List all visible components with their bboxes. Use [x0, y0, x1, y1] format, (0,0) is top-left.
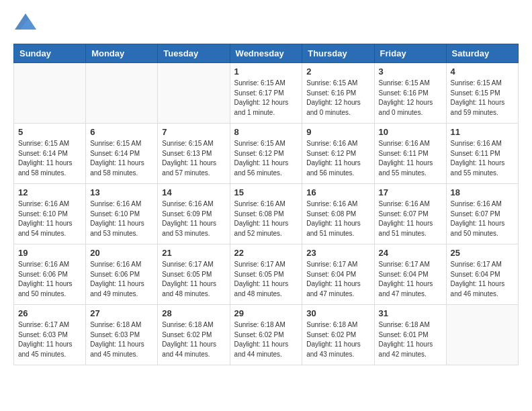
day-number: 29	[234, 308, 298, 318]
calendar-cell: 9Sunrise: 6:16 AM Sunset: 6:12 PM Daylig…	[302, 124, 374, 184]
page-header	[13, 13, 519, 33]
calendar-cell: 25Sunrise: 6:17 AM Sunset: 6:04 PM Dayli…	[446, 244, 518, 305]
day-number: 14	[162, 187, 225, 197]
calendar-cell: 4Sunrise: 6:15 AM Sunset: 6:15 PM Daylig…	[446, 63, 518, 124]
day-info: Sunrise: 6:16 AM Sunset: 6:09 PM Dayligh…	[162, 199, 225, 238]
day-info: Sunrise: 6:15 AM Sunset: 6:16 PM Dayligh…	[306, 79, 369, 118]
day-number: 18	[451, 187, 514, 197]
calendar-cell: 12Sunrise: 6:16 AM Sunset: 6:10 PM Dayli…	[14, 184, 86, 244]
calendar-cell: 29Sunrise: 6:18 AM Sunset: 6:02 PM Dayli…	[230, 305, 302, 365]
calendar-cell: 7Sunrise: 6:15 AM Sunset: 6:13 PM Daylig…	[158, 124, 230, 184]
calendar-week-row: 5Sunrise: 6:15 AM Sunset: 6:14 PM Daylig…	[14, 124, 519, 184]
calendar-cell: 5Sunrise: 6:15 AM Sunset: 6:14 PM Daylig…	[14, 124, 86, 184]
day-number: 8	[234, 127, 298, 137]
day-info: Sunrise: 6:16 AM Sunset: 6:11 PM Dayligh…	[451, 139, 514, 178]
day-info: Sunrise: 6:16 AM Sunset: 6:07 PM Dayligh…	[451, 199, 514, 238]
calendar-cell: 22Sunrise: 6:17 AM Sunset: 6:05 PM Dayli…	[230, 244, 302, 305]
weekday-header: Friday	[374, 44, 446, 63]
calendar-cell	[446, 305, 518, 365]
day-number: 28	[162, 308, 225, 318]
day-number: 20	[90, 248, 153, 258]
day-number: 4	[451, 66, 514, 77]
day-info: Sunrise: 6:15 AM Sunset: 6:16 PM Dayligh…	[379, 79, 442, 118]
weekday-header: Monday	[86, 44, 158, 63]
day-number: 21	[162, 248, 225, 258]
calendar-cell: 10Sunrise: 6:16 AM Sunset: 6:11 PM Dayli…	[374, 124, 446, 184]
day-info: Sunrise: 6:16 AM Sunset: 6:08 PM Dayligh…	[234, 199, 298, 238]
weekday-header: Wednesday	[230, 44, 302, 63]
calendar-cell	[158, 63, 230, 124]
calendar-cell: 21Sunrise: 6:17 AM Sunset: 6:05 PM Dayli…	[158, 244, 230, 305]
logo	[13, 13, 36, 33]
day-info: Sunrise: 6:17 AM Sunset: 6:05 PM Dayligh…	[234, 260, 298, 299]
day-number: 3	[379, 66, 442, 77]
day-info: Sunrise: 6:17 AM Sunset: 6:03 PM Dayligh…	[18, 320, 81, 359]
calendar-cell	[86, 63, 158, 124]
calendar-cell: 15Sunrise: 6:16 AM Sunset: 6:08 PM Dayli…	[230, 184, 302, 244]
day-info: Sunrise: 6:18 AM Sunset: 6:03 PM Dayligh…	[90, 320, 153, 359]
day-info: Sunrise: 6:15 AM Sunset: 6:17 PM Dayligh…	[234, 79, 298, 118]
day-number: 17	[379, 187, 442, 197]
calendar-cell: 6Sunrise: 6:15 AM Sunset: 6:14 PM Daylig…	[86, 124, 158, 184]
day-info: Sunrise: 6:18 AM Sunset: 6:02 PM Dayligh…	[306, 320, 369, 359]
calendar-cell: 30Sunrise: 6:18 AM Sunset: 6:02 PM Dayli…	[302, 305, 374, 365]
calendar-cell: 2Sunrise: 6:15 AM Sunset: 6:16 PM Daylig…	[302, 63, 374, 124]
day-number: 25	[451, 248, 514, 258]
day-info: Sunrise: 6:15 AM Sunset: 6:15 PM Dayligh…	[451, 79, 514, 118]
day-info: Sunrise: 6:16 AM Sunset: 6:06 PM Dayligh…	[18, 260, 81, 299]
calendar-cell: 27Sunrise: 6:18 AM Sunset: 6:03 PM Dayli…	[86, 305, 158, 365]
day-info: Sunrise: 6:16 AM Sunset: 6:08 PM Dayligh…	[306, 199, 369, 238]
calendar-cell: 13Sunrise: 6:16 AM Sunset: 6:10 PM Dayli…	[86, 184, 158, 244]
logo-icon	[15, 13, 36, 30]
day-info: Sunrise: 6:17 AM Sunset: 6:04 PM Dayligh…	[306, 260, 369, 299]
day-number: 22	[234, 248, 298, 258]
day-number: 9	[306, 127, 369, 137]
day-number: 27	[90, 308, 153, 318]
day-info: Sunrise: 6:18 AM Sunset: 6:01 PM Dayligh…	[379, 320, 442, 359]
calendar-cell: 26Sunrise: 6:17 AM Sunset: 6:03 PM Dayli…	[14, 305, 86, 365]
calendar-cell	[14, 63, 86, 124]
calendar-week-row: 1Sunrise: 6:15 AM Sunset: 6:17 PM Daylig…	[14, 63, 519, 124]
calendar-week-row: 12Sunrise: 6:16 AM Sunset: 6:10 PM Dayli…	[14, 184, 519, 244]
weekday-header: Sunday	[14, 44, 86, 63]
calendar-cell: 23Sunrise: 6:17 AM Sunset: 6:04 PM Dayli…	[302, 244, 374, 305]
day-info: Sunrise: 6:17 AM Sunset: 6:04 PM Dayligh…	[379, 260, 442, 299]
day-info: Sunrise: 6:15 AM Sunset: 6:12 PM Dayligh…	[234, 139, 298, 178]
calendar-cell: 31Sunrise: 6:18 AM Sunset: 6:01 PM Dayli…	[374, 305, 446, 365]
day-info: Sunrise: 6:16 AM Sunset: 6:10 PM Dayligh…	[18, 199, 81, 238]
day-info: Sunrise: 6:17 AM Sunset: 6:04 PM Dayligh…	[451, 260, 514, 299]
calendar-week-row: 26Sunrise: 6:17 AM Sunset: 6:03 PM Dayli…	[14, 305, 519, 365]
day-number: 23	[306, 248, 369, 258]
calendar-cell: 1Sunrise: 6:15 AM Sunset: 6:17 PM Daylig…	[230, 63, 302, 124]
day-number: 11	[451, 127, 514, 137]
day-number: 6	[90, 127, 153, 137]
weekday-header: Saturday	[446, 44, 518, 63]
calendar-cell: 11Sunrise: 6:16 AM Sunset: 6:11 PM Dayli…	[446, 124, 518, 184]
calendar-cell: 19Sunrise: 6:16 AM Sunset: 6:06 PM Dayli…	[14, 244, 86, 305]
day-number: 13	[90, 187, 153, 197]
day-info: Sunrise: 6:16 AM Sunset: 6:07 PM Dayligh…	[379, 199, 442, 238]
day-number: 12	[18, 187, 81, 197]
day-info: Sunrise: 6:15 AM Sunset: 6:14 PM Dayligh…	[18, 139, 81, 178]
weekday-header-row: SundayMondayTuesdayWednesdayThursdayFrid…	[14, 44, 519, 63]
calendar-cell: 8Sunrise: 6:15 AM Sunset: 6:12 PM Daylig…	[230, 124, 302, 184]
day-info: Sunrise: 6:16 AM Sunset: 6:06 PM Dayligh…	[90, 260, 153, 299]
day-number: 1	[234, 66, 298, 77]
day-number: 5	[18, 127, 81, 137]
day-number: 19	[18, 248, 81, 258]
calendar-cell: 24Sunrise: 6:17 AM Sunset: 6:04 PM Dayli…	[374, 244, 446, 305]
day-info: Sunrise: 6:18 AM Sunset: 6:02 PM Dayligh…	[234, 320, 298, 359]
day-info: Sunrise: 6:17 AM Sunset: 6:05 PM Dayligh…	[162, 260, 225, 299]
day-number: 26	[18, 308, 81, 318]
day-info: Sunrise: 6:16 AM Sunset: 6:12 PM Dayligh…	[306, 139, 369, 178]
calendar-cell: 20Sunrise: 6:16 AM Sunset: 6:06 PM Dayli…	[86, 244, 158, 305]
day-info: Sunrise: 6:15 AM Sunset: 6:13 PM Dayligh…	[162, 139, 225, 178]
weekday-header: Tuesday	[158, 44, 230, 63]
day-number: 31	[379, 308, 442, 318]
calendar-week-row: 19Sunrise: 6:16 AM Sunset: 6:06 PM Dayli…	[14, 244, 519, 305]
day-number: 7	[162, 127, 225, 137]
day-info: Sunrise: 6:16 AM Sunset: 6:10 PM Dayligh…	[90, 199, 153, 238]
day-number: 15	[234, 187, 298, 197]
day-number: 10	[379, 127, 442, 137]
calendar-cell: 16Sunrise: 6:16 AM Sunset: 6:08 PM Dayli…	[302, 184, 374, 244]
